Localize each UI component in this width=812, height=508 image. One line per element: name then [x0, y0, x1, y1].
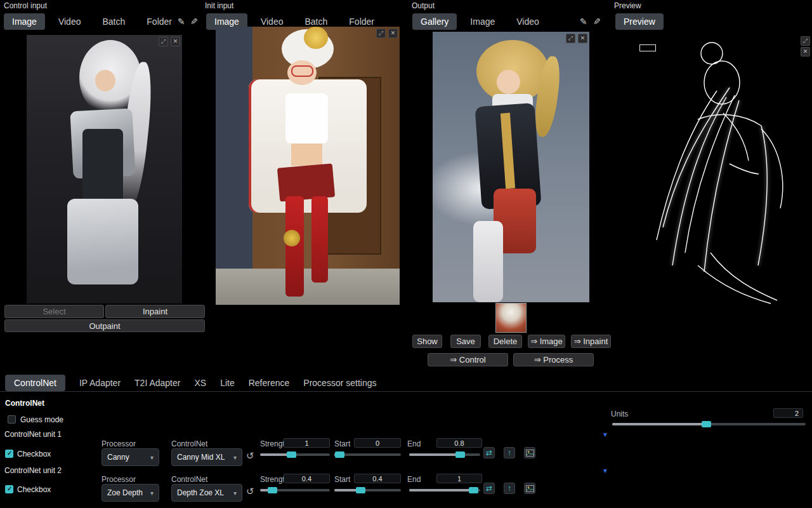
- unit2-start-input[interactable]: 0.4: [354, 474, 401, 483]
- units-slider[interactable]: [612, 420, 806, 428]
- preview-image-icon[interactable]: [524, 483, 535, 494]
- unit2-enabled-checkbox[interactable]: [5, 485, 13, 493]
- chevron-down-icon: ▾: [150, 490, 154, 497]
- art-white-leg: [473, 221, 503, 302]
- unit1-strength-input[interactable]: 1: [284, 438, 330, 448]
- close-icon[interactable]: ✕: [171, 37, 180, 46]
- unit2-end-slider[interactable]: [409, 486, 480, 494]
- units-value-input[interactable]: 2: [773, 408, 803, 418]
- unit1-end-label: End: [407, 439, 421, 448]
- output-tabbar: Gallery Image Video: [412, 13, 547, 30]
- unit1-end-input[interactable]: 0.8: [436, 438, 482, 448]
- tab-reference[interactable]: Reference: [249, 375, 290, 391]
- select-button[interactable]: Select: [4, 305, 104, 318]
- tab-control-video[interactable]: Video: [50, 13, 89, 30]
- tab-control-image[interactable]: Image: [4, 13, 45, 30]
- draw-pencil-icon[interactable]: ✎: [190, 17, 198, 27]
- unit1-processor-select[interactable]: Canny ▾: [102, 448, 159, 466]
- tab-ip-adapter[interactable]: IP Adapter: [79, 375, 121, 391]
- save-button[interactable]: Save: [450, 335, 481, 348]
- output-title: Output: [412, 1, 435, 10]
- unit2-controlnet-value: Depth Zoe XL: [177, 488, 224, 497]
- preview-image-icon[interactable]: [524, 447, 535, 458]
- units-label: Units: [611, 410, 628, 418]
- reset-unit-icon[interactable]: ⇄: [483, 483, 495, 494]
- gallery-thumbnail[interactable]: [495, 303, 527, 333]
- tab-processor-settings[interactable]: Processor settings: [303, 375, 376, 391]
- unit2-strength-slider[interactable]: [260, 486, 330, 494]
- refresh-models-icon[interactable]: ↺: [246, 450, 254, 462]
- unit2-strength-input[interactable]: 0.4: [284, 474, 330, 483]
- draw-pencil-icon[interactable]: ✎: [593, 17, 601, 27]
- send-to-image-button[interactable]: ⇒ Image: [528, 335, 565, 348]
- control-input-tabbar: Image Video Batch Folder: [4, 13, 180, 30]
- send-to-process-button[interactable]: ⇒ Process: [513, 353, 594, 366]
- close-icon[interactable]: ✕: [801, 47, 810, 57]
- unit1-strength-slider[interactable]: [260, 451, 330, 458]
- close-icon[interactable]: ✕: [578, 34, 587, 43]
- edit-pencil-icon[interactable]: ✎: [178, 17, 185, 27]
- tab-control-folder[interactable]: Folder: [138, 13, 180, 30]
- unit2-processor-label: Processor: [102, 475, 136, 484]
- unit1-enabled-checkbox[interactable]: [5, 450, 13, 458]
- unit2-start-slider[interactable]: [334, 486, 401, 494]
- tab-output-video[interactable]: Video: [508, 13, 547, 30]
- unit2-end-label: End: [407, 475, 421, 484]
- tab-control-batch[interactable]: Batch: [94, 13, 133, 30]
- unit2-start-label: Start: [334, 475, 350, 484]
- unit1-checkbox-label: Checkbox: [17, 450, 51, 458]
- expand-icon[interactable]: ⤢: [801, 36, 810, 46]
- unit2-processor-select[interactable]: Zoe Depth ▾: [102, 484, 159, 502]
- outpaint-button[interactable]: Outpaint: [4, 319, 205, 332]
- collapse-unit1-icon[interactable]: ▼: [602, 431, 608, 438]
- expand-icon[interactable]: ⤢: [159, 37, 168, 46]
- send-to-control-button[interactable]: ⇒ Control: [428, 353, 508, 366]
- tab-controlnet[interactable]: ControlNet: [5, 375, 65, 391]
- preview-title: Preview: [614, 1, 641, 10]
- unit2-row: Checkbox Processor Zoe Depth ▾ ControlNe…: [0, 474, 812, 507]
- unit2-processor-value: Zoe Depth: [107, 488, 143, 497]
- preview-image[interactable]: [634, 37, 794, 305]
- expand-icon[interactable]: ⤢: [376, 29, 386, 38]
- edit-pencil-icon[interactable]: ✎: [580, 17, 587, 27]
- tab-preview[interactable]: Preview: [615, 13, 664, 30]
- tab-xs[interactable]: XS: [194, 375, 206, 391]
- tab-output-image[interactable]: Image: [462, 13, 503, 30]
- tab-lite[interactable]: Lite: [220, 375, 235, 391]
- unit1-end-slider[interactable]: [409, 451, 480, 458]
- upload-preview-icon[interactable]: ↑: [504, 483, 515, 494]
- unit1-controlnet-value: Canny Mid XL: [177, 453, 225, 462]
- tab-t2i-adapter[interactable]: T2I Adapter: [134, 375, 180, 391]
- show-button[interactable]: Show: [412, 335, 442, 348]
- output-image[interactable]: ⤢ ✕: [433, 32, 589, 302]
- art-face: [95, 70, 115, 91]
- art-pavement: [216, 269, 400, 305]
- delete-button[interactable]: Delete: [488, 335, 522, 348]
- unit2-end-input[interactable]: 1: [436, 474, 482, 483]
- upload-preview-icon[interactable]: ↑: [504, 447, 515, 458]
- unit2-controlnet-select[interactable]: Depth Zoe XL ▾: [171, 484, 242, 502]
- unit1-start-input[interactable]: 0: [354, 438, 401, 448]
- art-glasses: [291, 65, 313, 77]
- refresh-models-icon[interactable]: ↺: [246, 486, 254, 497]
- expand-icon[interactable]: ⤢: [566, 34, 575, 43]
- unit1-start-slider[interactable]: [334, 451, 401, 458]
- init-input-image[interactable]: ⤢ ✕: [216, 27, 400, 305]
- art-red-skirt: [277, 163, 334, 201]
- unit1-controlnet-select[interactable]: Canny Mid XL ▾: [171, 448, 242, 466]
- art-thumb-figure: [496, 304, 526, 332]
- art-suit-torso: [82, 129, 123, 207]
- control-input-image[interactable]: ⤢ ✕: [27, 35, 182, 304]
- unit1-controlnet-label: ControlNet: [171, 439, 207, 448]
- art-midriff: [291, 144, 322, 166]
- art-white-top: [285, 93, 328, 144]
- tab-output-gallery[interactable]: Gallery: [412, 13, 457, 30]
- close-icon[interactable]: ✕: [388, 29, 398, 38]
- send-to-inpaint-button[interactable]: ⇒ Inpaint: [571, 335, 611, 348]
- unit1-processor-value: Canny: [107, 453, 129, 462]
- reset-unit-icon[interactable]: ⇄: [483, 447, 495, 458]
- unit2-controlnet-label: ControlNet: [171, 475, 207, 484]
- guess-mode-checkbox[interactable]: [8, 415, 16, 424]
- chevron-down-icon: ▾: [233, 454, 237, 461]
- inpaint-button[interactable]: Inpaint: [105, 305, 205, 318]
